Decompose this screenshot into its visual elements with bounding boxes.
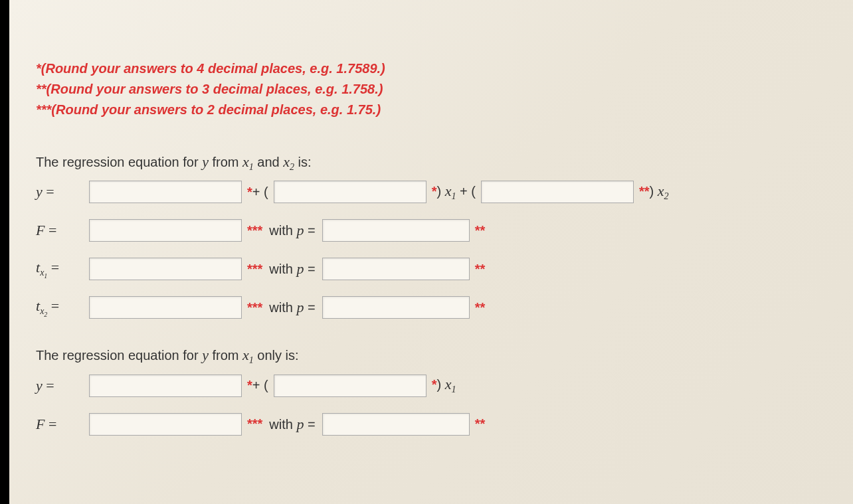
var-x1: x1	[242, 153, 254, 170]
equals: =	[304, 223, 315, 238]
equation-row-y-2: y = *+ ( *) x1	[36, 375, 833, 397]
asterisks: **	[475, 223, 486, 238]
input-tx1-p[interactable]	[322, 258, 470, 280]
with-p-text-2: with p =	[269, 416, 315, 433]
prompt-text: is:	[294, 155, 312, 169]
triple-ast: ***	[247, 223, 262, 238]
row-F-2: F = *** with p = **	[36, 413, 833, 436]
label-F-2: F =	[36, 416, 86, 433]
with: with	[269, 223, 296, 238]
sub-2: 2	[664, 191, 669, 201]
input-F-p[interactable]	[322, 219, 470, 242]
var-x: x	[242, 347, 249, 363]
var-F: F	[36, 222, 45, 238]
section2-prompt: The regression equation for y from x1 on…	[36, 347, 833, 366]
var-p: p	[296, 222, 304, 238]
sub-1: 1	[451, 384, 456, 394]
input-b2[interactable]	[481, 181, 634, 203]
asterisks: ***	[247, 262, 262, 276]
triple-ast: ***	[247, 262, 262, 277]
triple-ast-2: ***	[247, 416, 262, 432]
var-x2: x2	[283, 153, 294, 170]
with-p-text: with p =	[269, 299, 315, 316]
var-y: y	[202, 347, 209, 363]
equals: =	[304, 417, 315, 432]
equals: =	[304, 300, 315, 315]
var-p: p	[296, 416, 304, 432]
asterisks: ***	[247, 223, 262, 238]
prompt-text: from	[209, 155, 242, 169]
input-F[interactable]	[89, 219, 242, 242]
rounding-instructions: *(Round your answers to 4 decimal places…	[36, 58, 833, 120]
with-p-text: with p =	[269, 222, 315, 239]
with-p-text: with p =	[269, 260, 315, 278]
prompt-text: only is:	[254, 348, 299, 363]
input-F-2[interactable]	[89, 413, 242, 436]
input-b1[interactable]	[274, 181, 427, 203]
var-x: x	[242, 153, 249, 170]
row-tx1: tx1 = *** with p = **	[36, 258, 833, 280]
segment-after-b1: *) x1 + (	[432, 183, 476, 202]
asterisks: **	[475, 300, 486, 315]
instruction-line-2: **(Round your answers to 3 decimal place…	[36, 79, 833, 100]
label-F: F =	[36, 222, 86, 239]
var-p: p	[296, 299, 304, 315]
equation-row-y: y = *+ ( *) x1 + ( **) x2	[36, 181, 833, 203]
sub-x1: x1	[40, 268, 47, 278]
asterisks: **	[475, 262, 486, 276]
double-ast: **	[475, 223, 486, 238]
instruction-line-3: ***(Round your answers to 2 decimal plac…	[36, 100, 833, 120]
input-b0[interactable]	[89, 181, 242, 203]
double-ast: **	[475, 300, 486, 315]
equals: =	[45, 416, 56, 432]
segment-after-b0-2: *+ (	[247, 378, 268, 393]
asterisks: ***	[247, 416, 262, 431]
equals: =	[43, 183, 54, 200]
section2: The regression equation for y from x1 on…	[36, 347, 833, 435]
prompt-text: The regression equation for	[36, 348, 202, 363]
var-y: y	[36, 183, 43, 200]
var-y: y	[36, 377, 43, 394]
with: with	[269, 417, 296, 432]
instruction-line-1: *(Round your answers to 4 decimal places…	[36, 58, 833, 79]
sub-1: 1	[451, 191, 456, 201]
label-y: y =	[36, 183, 86, 201]
input-tx1[interactable]	[89, 258, 242, 280]
equals: =	[43, 377, 54, 394]
var-x: x	[658, 183, 664, 199]
var-x1: x1	[242, 347, 254, 363]
double-ast: **	[475, 262, 486, 277]
sub-1: 1	[249, 162, 254, 172]
label-tx2: tx2 =	[36, 297, 86, 318]
segment-after-b1-2: *) x1	[432, 376, 456, 395]
input-F-p-2[interactable]	[322, 413, 470, 436]
input-b0-2[interactable]	[89, 375, 242, 397]
var-F: F	[36, 416, 45, 432]
prompt-text: The regression equation for	[36, 155, 202, 169]
segment-after-b0: *+ (	[247, 185, 268, 200]
segment-after-b2: **) x2	[639, 183, 669, 202]
var-x: x	[283, 153, 290, 170]
with: with	[269, 300, 296, 315]
prompt-text: and	[254, 155, 283, 169]
var-p: p	[296, 260, 304, 277]
equals: =	[47, 297, 59, 314]
row-F: F = *** with p = **	[36, 219, 833, 242]
label-y-2: y =	[36, 377, 86, 394]
equals: =	[304, 262, 315, 276]
sub-2: 2	[290, 162, 294, 172]
label-tx1: tx1 =	[36, 259, 86, 280]
double-ast-2: **	[475, 416, 486, 432]
sub-x2: x2	[40, 306, 47, 316]
asterisks: **	[475, 416, 486, 431]
asterisks: ***	[247, 300, 262, 315]
equals: =	[47, 259, 59, 276]
input-tx2-p[interactable]	[322, 296, 470, 319]
input-tx2[interactable]	[89, 296, 242, 319]
prompt-text: from	[209, 348, 242, 363]
question-page: *(Round your answers to 4 decimal places…	[9, 0, 853, 504]
var-y: y	[202, 153, 209, 170]
input-b1-2[interactable]	[274, 375, 427, 397]
with: with	[269, 262, 296, 276]
section1-prompt: The regression equation for y from x1 an…	[36, 153, 833, 173]
